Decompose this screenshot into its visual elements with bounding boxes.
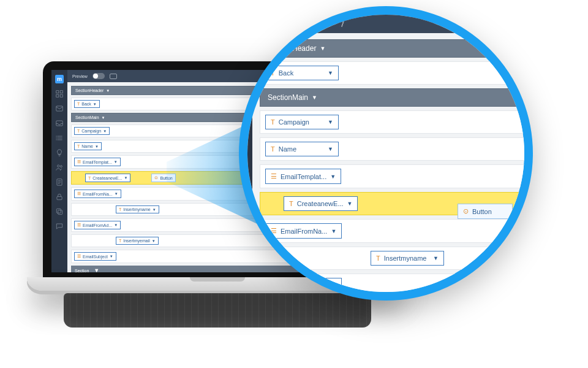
row-campaign[interactable]: TCampaign▼	[260, 110, 533, 134]
svg-rect-5	[56, 121, 63, 126]
undo-icon[interactable]	[315, 15, 328, 28]
field-insert-my-name[interactable]: TInsertmyname▼	[116, 205, 159, 213]
row-insert-my-name[interactable]: TInsertmyname▼	[260, 247, 533, 270]
section-header-bar[interactable]: SectionHeader▼	[260, 39, 533, 58]
row-back[interactable]: TBack▼	[260, 61, 533, 85]
zoom-magnifier: SectionHeader▼ TBack▼ SectionMain▼ TCamp…	[239, 6, 533, 301]
svg-point-12	[58, 165, 60, 167]
row-email-from-name[interactable]: ☰EmailFromNa...▼	[260, 219, 533, 243]
field-back[interactable]: TBack▼	[265, 66, 339, 80]
drop-button-pill[interactable]: ⊙Button	[151, 174, 175, 182]
lock-icon[interactable]	[55, 193, 64, 201]
field-email-template[interactable]: ☰EmailTemplat...▼	[265, 169, 341, 184]
field-email-from-addr[interactable]: ☰EmailFromAd...▼	[265, 278, 342, 293]
lightbulb-icon[interactable]	[239, 74, 244, 87]
list-icon[interactable]	[55, 134, 64, 142]
field-campaign[interactable]: TCampaign▼	[74, 127, 110, 135]
zoom-content: SectionHeader▼ TBack▼ SectionMain▼ TCamp…	[239, 9, 533, 301]
svg-rect-19	[58, 210, 62, 215]
desktop-device-icon[interactable]	[110, 74, 117, 79]
zoom-topbar	[252, 9, 533, 33]
row-name[interactable]: TName▼	[260, 137, 533, 161]
menu-icon[interactable]	[239, 25, 244, 38]
svg-point-9	[56, 136, 57, 137]
logo[interactable]: m	[55, 75, 64, 83]
field-email-subject[interactable]: ☰EmailSubject▼	[74, 252, 116, 261]
sidebar: m	[51, 70, 67, 272]
copy-icon[interactable]	[55, 207, 64, 216]
zoom-preview-toggle[interactable]	[261, 15, 285, 26]
field-name[interactable]: TName▼	[74, 142, 102, 150]
mail-icon[interactable]	[55, 104, 64, 113]
preview-toggle[interactable]	[92, 73, 105, 79]
field-email-from-name[interactable]: ☰EmailFromNa...▼	[74, 190, 121, 198]
field-insert-my-email[interactable]: TInsertmyemail▼	[116, 237, 159, 245]
chat-icon[interactable]	[55, 222, 64, 231]
svg-rect-18	[57, 196, 62, 199]
field-create-new[interactable]: TCreateanewE...▼	[85, 174, 130, 182]
drop-button-pill[interactable]: ⊙Button	[458, 204, 513, 219]
svg-point-31	[239, 102, 243, 105]
desktop-device-icon[interactable]	[294, 17, 307, 26]
field-email-template[interactable]: ☰EmailTemplat...▼	[74, 158, 121, 166]
svg-point-13	[60, 166, 62, 167]
svg-point-11	[56, 140, 57, 140]
svg-rect-4	[56, 106, 63, 111]
field-email-from-addr[interactable]: ☰EmailFromAd...▼	[74, 221, 121, 229]
svg-point-10	[56, 138, 57, 139]
section-main-bar[interactable]: SectionMain▼	[260, 88, 533, 107]
list-icon[interactable]	[239, 49, 244, 63]
dashboard-icon[interactable]	[55, 90, 64, 98]
field-insert-my-name[interactable]: TInsertmyname▼	[371, 251, 444, 266]
preview-label: Preview	[72, 74, 88, 79]
row-email-from-addr[interactable]: ☰EmailFromAd...▼	[260, 274, 533, 297]
laptop-notch	[190, 277, 245, 282]
zoom-main: SectionHeader▼ TBack▼ SectionMain▼ TCamp…	[252, 9, 533, 301]
document-icon[interactable]	[55, 178, 64, 186]
svg-rect-20	[56, 209, 61, 213]
users-icon[interactable]	[55, 163, 64, 172]
row-create-new[interactable]: TCreateanewE...▼ ⊙Button	[260, 192, 533, 215]
svg-rect-1	[60, 91, 62, 93]
svg-rect-32	[239, 125, 241, 135]
zoom-sidebar	[239, 9, 252, 301]
zoom-view: SectionHeader▼ TBack▼ SectionMain▼ TCamp…	[239, 6, 533, 301]
lightbulb-icon[interactable]	[55, 148, 64, 157]
inbox-icon[interactable]	[55, 119, 64, 128]
svg-rect-3	[60, 94, 62, 97]
zoom-canvas: SectionHeader▼ TBack▼ SectionMain▼ TCamp…	[252, 33, 533, 301]
field-campaign[interactable]: TCampaign▼	[265, 115, 339, 129]
users-icon[interactable]	[239, 98, 244, 112]
redo-icon[interactable]	[333, 15, 346, 28]
svg-rect-0	[56, 91, 59, 93]
field-create-new[interactable]: TCreateanewE...▼	[284, 196, 358, 211]
field-name[interactable]: TName▼	[265, 142, 339, 156]
field-email-from-name[interactable]: ☰EmailFromNa...▼	[265, 223, 342, 239]
document-icon[interactable]	[239, 123, 244, 136]
svg-rect-2	[56, 94, 59, 97]
field-back[interactable]: TBack▼	[74, 100, 100, 108]
row-email-template[interactable]: ☰EmailTemplat...▼	[260, 164, 533, 188]
pointer-cursor-icon	[514, 205, 527, 221]
